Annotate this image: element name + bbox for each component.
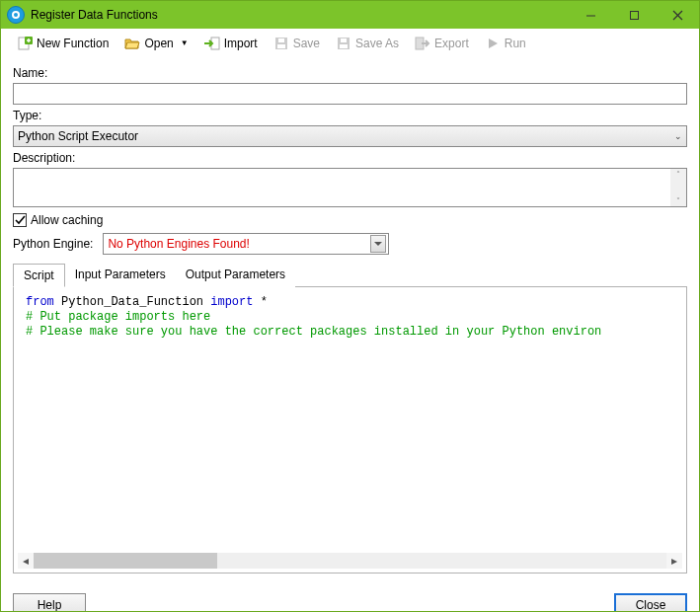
toolbar: New Function Open ▼ Import Save Save As … xyxy=(1,29,699,58)
allow-caching-row: Allow caching xyxy=(13,213,687,227)
scroll-up-icon: ˄ xyxy=(676,170,680,179)
python-engine-row: Python Engine: No Python Engines Found! xyxy=(13,233,687,255)
save-as-icon xyxy=(336,36,351,51)
dropdown-caret-icon: ▼ xyxy=(181,38,189,47)
tab-input-parameters[interactable]: Input Parameters xyxy=(65,264,176,287)
close-button[interactable] xyxy=(656,1,699,29)
description-box: ˄ ˅ xyxy=(13,168,687,207)
allow-caching-checkbox[interactable] xyxy=(13,213,27,227)
code-comment: # Please make sure you have the correct … xyxy=(26,325,601,339)
name-input[interactable] xyxy=(13,83,687,105)
type-label: Type: xyxy=(13,109,687,122)
export-icon xyxy=(415,36,430,51)
export-button[interactable]: Export xyxy=(409,32,475,55)
svg-point-1 xyxy=(14,13,18,17)
python-engine-value: No Python Engines Found! xyxy=(108,237,249,251)
code-comment: # Put package imports here xyxy=(26,310,210,324)
run-label: Run xyxy=(505,37,526,50)
open-label: Open xyxy=(144,37,173,50)
type-value: Python Script Executor xyxy=(18,129,138,143)
tab-input-label: Input Parameters xyxy=(75,268,166,281)
content-area: Name: Type: Python Script Executor ⌄ Des… xyxy=(1,58,699,581)
import-icon xyxy=(204,36,220,51)
allow-caching-label: Allow caching xyxy=(31,213,103,227)
save-icon xyxy=(273,36,289,51)
scroll-left-icon: ◂ xyxy=(18,553,34,569)
python-engine-label: Python Engine: xyxy=(13,237,93,251)
new-icon xyxy=(17,36,33,51)
code-editor[interactable]: from Python_Data_Function import * # Put… xyxy=(16,293,684,553)
code-token: Python_Data_Function xyxy=(54,295,210,309)
svg-rect-12 xyxy=(277,44,285,48)
chevron-down-icon: ⌄ xyxy=(674,131,682,141)
maximize-button[interactable] xyxy=(612,1,656,29)
code-token: * xyxy=(253,295,267,309)
import-button[interactable]: Import xyxy=(198,32,264,55)
folder-open-icon xyxy=(124,36,140,51)
save-button[interactable]: Save xyxy=(268,32,326,55)
save-as-label: Save As xyxy=(355,37,399,50)
type-select[interactable]: Python Script Executor ⌄ xyxy=(13,125,687,147)
description-input[interactable] xyxy=(14,169,670,206)
svg-rect-16 xyxy=(341,38,347,42)
tab-output-label: Output Parameters xyxy=(186,268,285,281)
open-button[interactable]: Open ▼ xyxy=(118,32,194,55)
help-button[interactable]: Help xyxy=(13,593,86,612)
new-function-label: New Function xyxy=(37,37,109,50)
save-label: Save xyxy=(293,37,320,50)
script-editor-panel: from Python_Data_Function import * # Put… xyxy=(13,287,687,574)
tab-script[interactable]: Script xyxy=(13,264,65,287)
window-title: Register Data Functions xyxy=(31,8,158,22)
python-engine-select[interactable]: No Python Engines Found! xyxy=(103,233,389,255)
svg-rect-3 xyxy=(630,11,638,19)
scroll-down-icon: ˅ xyxy=(676,196,680,205)
code-token: import xyxy=(210,295,253,309)
svg-rect-13 xyxy=(278,38,284,42)
close-dialog-button[interactable]: Close xyxy=(614,593,687,612)
save-as-button[interactable]: Save As xyxy=(330,32,405,55)
scroll-thumb[interactable] xyxy=(34,553,217,569)
description-label: Description: xyxy=(13,151,687,165)
app-icon xyxy=(7,6,25,24)
footer: Help Close xyxy=(1,581,699,612)
code-token: from xyxy=(26,295,54,309)
titlebar: Register Data Functions xyxy=(1,1,699,29)
new-function-button[interactable]: New Function xyxy=(11,32,115,55)
export-label: Export xyxy=(434,37,469,50)
run-button[interactable]: Run xyxy=(479,32,532,55)
svg-rect-15 xyxy=(340,44,348,48)
scroll-track xyxy=(34,553,666,569)
tab-bar: Script Input Parameters Output Parameter… xyxy=(13,263,687,287)
import-label: Import xyxy=(224,37,258,50)
horizontal-scrollbar[interactable]: ◂ ▸ xyxy=(18,553,682,569)
tab-script-label: Script xyxy=(24,268,54,282)
minimize-button[interactable] xyxy=(569,1,612,29)
tab-output-parameters[interactable]: Output Parameters xyxy=(176,264,295,287)
window-controls xyxy=(569,1,699,29)
name-label: Name: xyxy=(13,66,687,80)
scroll-right-icon: ▸ xyxy=(666,553,682,569)
play-icon xyxy=(485,36,501,51)
description-scrollbar[interactable]: ˄ ˅ xyxy=(670,169,686,206)
chevron-down-icon xyxy=(370,235,386,253)
